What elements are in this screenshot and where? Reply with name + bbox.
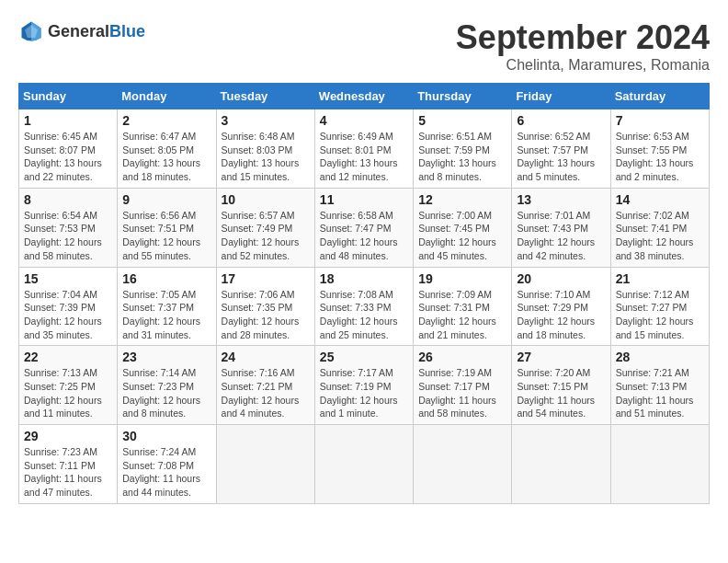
day-detail: Sunrise: 6:53 AMSunset: 7:55 PMDaylight:…	[616, 130, 704, 184]
day-detail: Sunrise: 7:17 AMSunset: 7:19 PMDaylight:…	[320, 366, 408, 420]
calendar-title: September 2024	[456, 18, 710, 57]
day-number: 12	[418, 192, 506, 207]
day-detail: Sunrise: 7:13 AMSunset: 7:25 PMDaylight:…	[24, 366, 112, 420]
day-detail: Sunrise: 6:45 AMSunset: 8:07 PMDaylight:…	[24, 130, 112, 184]
calendar-cell: 23Sunrise: 7:14 AMSunset: 7:23 PMDayligh…	[118, 346, 216, 425]
day-detail: Sunrise: 6:47 AMSunset: 8:05 PMDaylight:…	[122, 130, 210, 184]
calendar-cell: 16Sunrise: 7:05 AMSunset: 7:37 PMDayligh…	[118, 267, 216, 346]
day-number: 23	[122, 350, 210, 364]
col-monday: Monday	[118, 84, 216, 109]
calendar-cell: 22Sunrise: 7:13 AMSunset: 7:25 PMDayligh…	[19, 346, 118, 425]
week-row-5: 29Sunrise: 7:23 AMSunset: 7:11 PMDayligh…	[19, 425, 710, 504]
calendar-cell: 4Sunrise: 6:49 AMSunset: 8:01 PMDaylight…	[314, 109, 413, 189]
day-number: 29	[24, 429, 112, 443]
day-number: 2	[122, 113, 210, 128]
logo-icon	[18, 18, 44, 44]
day-detail: Sunrise: 7:01 AMSunset: 7:43 PMDaylight:…	[517, 209, 605, 263]
day-detail: Sunrise: 6:52 AMSunset: 7:57 PMDaylight:…	[517, 130, 605, 184]
calendar-cell: 7Sunrise: 6:53 AMSunset: 7:55 PMDaylight…	[610, 109, 709, 189]
calendar-cell: 25Sunrise: 7:17 AMSunset: 7:19 PMDayligh…	[314, 346, 413, 425]
day-number: 18	[320, 271, 408, 286]
calendar-cell: 10Sunrise: 6:57 AMSunset: 7:49 PMDayligh…	[216, 188, 314, 267]
calendar-cell	[314, 425, 413, 504]
week-row-1: 1Sunrise: 6:45 AMSunset: 8:07 PMDaylight…	[19, 109, 710, 189]
calendar-cell: 30Sunrise: 7:24 AMSunset: 7:08 PMDayligh…	[118, 425, 216, 504]
day-detail: Sunrise: 7:10 AMSunset: 7:29 PMDaylight:…	[517, 288, 605, 342]
day-number: 20	[517, 271, 605, 286]
col-thursday: Thursday	[414, 84, 512, 109]
calendar-cell: 20Sunrise: 7:10 AMSunset: 7:29 PMDayligh…	[512, 267, 610, 346]
day-detail: Sunrise: 7:24 AMSunset: 7:08 PMDaylight:…	[122, 445, 210, 500]
calendar-cell: 13Sunrise: 7:01 AMSunset: 7:43 PMDayligh…	[512, 188, 610, 267]
calendar-cell: 5Sunrise: 6:51 AMSunset: 7:59 PMDaylight…	[414, 109, 512, 189]
day-detail: Sunrise: 6:57 AMSunset: 7:49 PMDaylight:…	[222, 209, 310, 263]
week-row-2: 8Sunrise: 6:54 AMSunset: 7:53 PMDaylight…	[19, 188, 710, 267]
day-number: 24	[222, 350, 310, 364]
day-number: 14	[616, 192, 704, 207]
day-number: 7	[616, 113, 704, 128]
calendar-cell: 28Sunrise: 7:21 AMSunset: 7:13 PMDayligh…	[610, 346, 709, 425]
day-number: 9	[122, 192, 210, 207]
day-number: 6	[517, 113, 605, 128]
calendar-cell: 27Sunrise: 7:20 AMSunset: 7:15 PMDayligh…	[512, 346, 610, 425]
col-wednesday: Wednesday	[314, 84, 413, 109]
day-number: 30	[122, 429, 210, 443]
day-number: 28	[616, 350, 704, 364]
day-detail: Sunrise: 6:49 AMSunset: 8:01 PMDaylight:…	[320, 130, 408, 184]
day-number: 21	[616, 271, 704, 286]
day-number: 1	[24, 113, 112, 128]
day-detail: Sunrise: 7:19 AMSunset: 7:17 PMDaylight:…	[418, 366, 506, 420]
day-number: 5	[418, 113, 506, 128]
day-detail: Sunrise: 6:56 AMSunset: 7:51 PMDaylight:…	[122, 209, 210, 263]
day-number: 15	[24, 271, 112, 286]
day-detail: Sunrise: 7:09 AMSunset: 7:31 PMDaylight:…	[418, 288, 506, 342]
day-detail: Sunrise: 7:05 AMSunset: 7:37 PMDaylight:…	[122, 288, 210, 342]
day-detail: Sunrise: 7:23 AMSunset: 7:11 PMDaylight:…	[24, 445, 112, 500]
day-detail: Sunrise: 7:00 AMSunset: 7:45 PMDaylight:…	[418, 209, 506, 263]
day-number: 10	[222, 192, 310, 207]
day-number: 25	[320, 350, 408, 364]
day-number: 8	[24, 192, 112, 207]
day-number: 4	[320, 113, 408, 128]
day-number: 11	[320, 192, 408, 207]
day-number: 27	[517, 350, 605, 364]
calendar-cell	[216, 425, 314, 504]
calendar-cell: 29Sunrise: 7:23 AMSunset: 7:11 PMDayligh…	[19, 425, 118, 504]
calendar-cell	[414, 425, 512, 504]
day-number: 3	[222, 113, 310, 128]
day-detail: Sunrise: 6:58 AMSunset: 7:47 PMDaylight:…	[320, 209, 408, 263]
calendar-cell: 9Sunrise: 6:56 AMSunset: 7:51 PMDaylight…	[118, 188, 216, 267]
calendar-cell: 14Sunrise: 7:02 AMSunset: 7:41 PMDayligh…	[610, 188, 709, 267]
logo-text: GeneralBlue	[48, 22, 145, 41]
calendar-cell: 11Sunrise: 6:58 AMSunset: 7:47 PMDayligh…	[314, 188, 413, 267]
calendar-cell: 24Sunrise: 7:16 AMSunset: 7:21 PMDayligh…	[216, 346, 314, 425]
header-row: Sunday Monday Tuesday Wednesday Thursday…	[19, 84, 710, 109]
calendar-cell: 3Sunrise: 6:48 AMSunset: 8:03 PMDaylight…	[216, 109, 314, 189]
calendar-cell: 17Sunrise: 7:06 AMSunset: 7:35 PMDayligh…	[216, 267, 314, 346]
day-number: 22	[24, 350, 112, 364]
calendar-cell: 2Sunrise: 6:47 AMSunset: 8:05 PMDaylight…	[118, 109, 216, 189]
week-row-3: 15Sunrise: 7:04 AMSunset: 7:39 PMDayligh…	[19, 267, 710, 346]
page-header: GeneralBlue September 2024 Chelinta, Mar…	[18, 18, 710, 74]
calendar-subtitle: Chelinta, Maramures, Romania	[456, 57, 710, 74]
calendar-cell: 26Sunrise: 7:19 AMSunset: 7:17 PMDayligh…	[414, 346, 512, 425]
calendar-cell: 21Sunrise: 7:12 AMSunset: 7:27 PMDayligh…	[610, 267, 709, 346]
title-area: September 2024 Chelinta, Maramures, Roma…	[456, 18, 710, 74]
day-detail: Sunrise: 7:08 AMSunset: 7:33 PMDaylight:…	[320, 288, 408, 342]
calendar-cell: 1Sunrise: 6:45 AMSunset: 8:07 PMDaylight…	[19, 109, 118, 189]
calendar-cell	[512, 425, 610, 504]
calendar-cell: 19Sunrise: 7:09 AMSunset: 7:31 PMDayligh…	[414, 267, 512, 346]
calendar-cell: 18Sunrise: 7:08 AMSunset: 7:33 PMDayligh…	[314, 267, 413, 346]
col-tuesday: Tuesday	[216, 84, 314, 109]
day-detail: Sunrise: 7:16 AMSunset: 7:21 PMDaylight:…	[222, 366, 310, 420]
day-number: 13	[517, 192, 605, 207]
day-detail: Sunrise: 6:51 AMSunset: 7:59 PMDaylight:…	[418, 130, 506, 184]
day-detail: Sunrise: 7:21 AMSunset: 7:13 PMDaylight:…	[616, 366, 704, 420]
logo: GeneralBlue	[18, 18, 145, 44]
day-detail: Sunrise: 7:04 AMSunset: 7:39 PMDaylight:…	[24, 288, 112, 342]
calendar-cell	[610, 425, 709, 504]
calendar-cell: 6Sunrise: 6:52 AMSunset: 7:57 PMDaylight…	[512, 109, 610, 189]
col-saturday: Saturday	[610, 84, 709, 109]
day-number: 19	[418, 271, 506, 286]
logo-general: General	[48, 22, 109, 40]
